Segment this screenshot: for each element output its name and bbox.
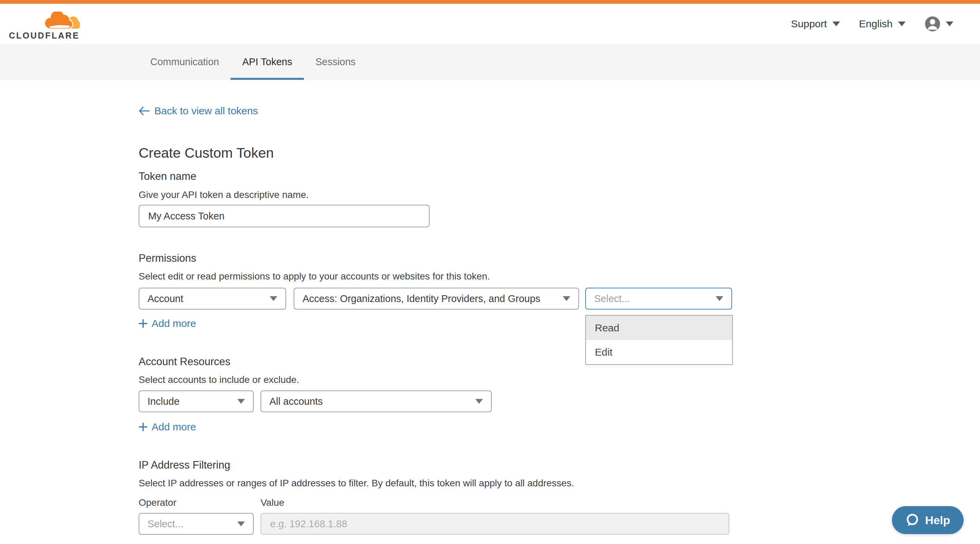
back-to-tokens-link[interactable]: Back to view all tokens <box>138 105 258 117</box>
chevron-down-icon <box>898 22 905 26</box>
token-name-input[interactable] <box>138 205 430 227</box>
permission-resource-value: Access: Organizations, Identity Provider… <box>302 293 540 305</box>
access-dropdown-menu: Read Edit <box>585 315 733 365</box>
resource-accounts-select[interactable]: All accounts <box>261 390 492 412</box>
user-avatar-icon <box>925 16 940 32</box>
menu-item-label: Read <box>595 322 619 334</box>
plus-icon <box>138 422 148 431</box>
support-menu-label: Support <box>791 18 827 30</box>
chevron-down-icon <box>237 522 245 526</box>
header: CLOUDFLARE Support English <box>0 4 980 44</box>
permissions-add-more-link[interactable]: Add more <box>138 318 196 329</box>
ip-operator-select[interactable]: Select... <box>138 513 254 535</box>
add-more-label: Add more <box>152 318 196 329</box>
token-name-section: Token name Give your API token a descrip… <box>138 170 980 227</box>
account-resources-description: Select accounts to include or exclude. <box>138 374 980 385</box>
language-menu[interactable]: English <box>859 18 905 30</box>
account-menu[interactable] <box>925 16 953 32</box>
back-link-label: Back to view all tokens <box>154 105 258 117</box>
cloudflare-logo[interactable]: CLOUDFLARE <box>9 7 81 41</box>
permissions-description: Select edit or read permissions to apply… <box>138 271 980 282</box>
token-name-heading: Token name <box>138 170 980 183</box>
value-label: Value <box>261 497 285 508</box>
tab-label: Sessions <box>315 56 356 68</box>
language-menu-label: English <box>859 18 892 30</box>
permission-scope-select[interactable]: Account <box>138 288 286 309</box>
create-token-page: Back to view all tokens Create Custom To… <box>0 80 980 535</box>
tab-label: API Tokens <box>242 56 292 68</box>
header-nav: Support English <box>791 16 953 32</box>
tab-label: Communication <box>150 56 219 68</box>
menu-item-read[interactable]: Read <box>586 316 732 340</box>
ip-filtering-section: IP Address Filtering Select IP addresses… <box>138 459 980 535</box>
ip-filtering-row: Select... <box>138 513 980 535</box>
ip-filtering-heading: IP Address Filtering <box>138 459 980 472</box>
ip-filtering-labels: Operator Value <box>138 497 980 508</box>
account-resources-add-more-link[interactable]: Add more <box>138 421 196 433</box>
help-button-label: Help <box>925 514 950 527</box>
permission-scope-value: Account <box>148 293 183 305</box>
account-resources-row: Include All accounts <box>138 390 980 412</box>
chevron-down-icon <box>475 399 483 404</box>
support-menu[interactable]: Support <box>791 18 840 30</box>
permission-access-select[interactable]: Select... <box>585 288 732 309</box>
tab-communication[interactable]: Communication <box>138 44 231 80</box>
chevron-down-icon <box>237 399 245 404</box>
chevron-down-icon <box>716 296 723 301</box>
brand-accent-bar <box>0 0 980 4</box>
chevron-down-icon <box>946 22 953 26</box>
chat-bubble-icon <box>905 513 920 527</box>
arrow-left-icon <box>138 106 150 115</box>
permissions-heading: Permissions <box>138 252 980 265</box>
account-resources-heading: Account Resources <box>138 355 980 368</box>
menu-item-label: Edit <box>595 346 612 358</box>
token-name-description: Give your API token a descriptive name. <box>138 189 980 201</box>
chevron-down-icon <box>563 296 570 301</box>
cloudflare-wordmark: CLOUDFLARE <box>9 31 81 41</box>
menu-item-edit[interactable]: Edit <box>586 340 732 364</box>
chevron-down-icon <box>832 22 840 26</box>
resource-mode-select[interactable]: Include <box>138 390 254 412</box>
ip-filtering-description: Select IP addresses or ranges of IP addr… <box>138 477 980 489</box>
add-more-label: Add more <box>152 421 196 433</box>
account-resources-section: Account Resources Select accounts to inc… <box>138 355 980 433</box>
tab-sessions[interactable]: Sessions <box>304 44 368 80</box>
ip-operator-placeholder: Select... <box>148 519 183 530</box>
permissions-row: Account Access: Organizations, Identity … <box>138 288 980 309</box>
help-button[interactable]: Help <box>892 506 964 534</box>
plus-icon <box>138 319 148 328</box>
resource-accounts-value: All accounts <box>269 396 323 407</box>
tab-api-tokens[interactable]: API Tokens <box>231 44 304 80</box>
cloudflare-cloud-icon <box>45 12 80 30</box>
chevron-down-icon <box>270 296 277 301</box>
ip-value-input[interactable] <box>261 513 729 535</box>
profile-tab-bar: Communication API Tokens Sessions <box>0 44 980 80</box>
permission-access-placeholder: Select... <box>594 293 630 305</box>
permissions-section: Permissions Select edit or read permissi… <box>138 252 980 329</box>
resource-mode-value: Include <box>148 396 180 407</box>
page-title: Create Custom Token <box>138 145 980 161</box>
permission-resource-select[interactable]: Access: Organizations, Identity Provider… <box>294 288 579 309</box>
operator-label: Operator <box>138 497 261 508</box>
